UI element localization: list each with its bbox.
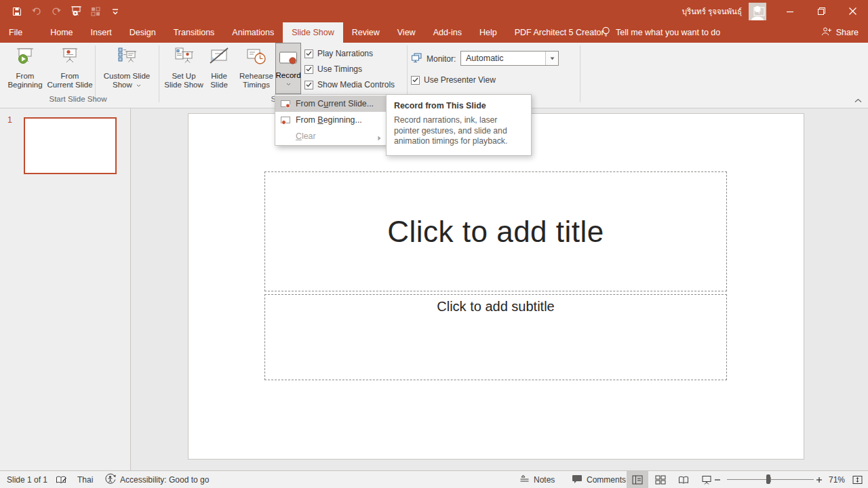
checkbox-checked-icon xyxy=(304,49,313,58)
comments-button[interactable]: Comments xyxy=(572,471,626,488)
slide-sorter-view-button[interactable] xyxy=(650,471,671,488)
window-controls xyxy=(743,0,868,22)
zoom-out-button[interactable] xyxy=(711,471,724,488)
start-slideshow-icon[interactable] xyxy=(70,5,82,18)
custom-slide-show-icon xyxy=(116,46,138,72)
custom-slide-show-button[interactable]: Custom Slide Show xyxy=(99,44,155,96)
tab-review[interactable]: Review xyxy=(343,22,389,43)
menu-item-from-beginning[interactable]: From Beginning... xyxy=(275,112,386,128)
restore-icon[interactable] xyxy=(806,0,837,22)
use-timings-label: Use Timings xyxy=(317,64,362,74)
touch-mode-icon[interactable] xyxy=(90,5,102,18)
collapse-ribbon-icon[interactable] xyxy=(852,96,864,105)
accessibility-icon xyxy=(105,473,116,486)
play-narrations-checkbox[interactable]: Play Narrations xyxy=(304,49,373,58)
from-beginning-label-2: Beginning xyxy=(7,81,42,89)
share-button[interactable]: Share xyxy=(821,22,859,43)
record-tooltip: Record from This Slide Record narrations… xyxy=(386,94,532,156)
menu-item-from-current-slide[interactable]: From Current Slide... xyxy=(275,96,386,112)
slide-indicator[interactable]: Slide 1 of 1 xyxy=(7,471,47,488)
tab-design[interactable]: Design xyxy=(121,22,165,43)
share-label: Share xyxy=(836,28,859,37)
zoom-center-tick xyxy=(770,477,771,482)
submenu-arrow-icon xyxy=(378,134,381,143)
combobox-arrow-icon[interactable] xyxy=(545,52,558,65)
ribbon-tabs: File Home Insert Design Transitions Anim… xyxy=(0,22,613,43)
slide-thumbnail-panel: 1 xyxy=(0,108,131,470)
tab-transitions[interactable]: Transitions xyxy=(165,22,224,43)
checkbox-checked-icon xyxy=(304,65,313,74)
from-current-slide-button[interactable]: From Current Slide xyxy=(47,44,92,96)
accessibility-label: Accessibility: Good to go xyxy=(120,475,209,485)
menu-item-clear[interactable]: Clear xyxy=(275,128,386,144)
tab-animations[interactable]: Animations xyxy=(223,22,283,43)
zoom-level[interactable]: 71% xyxy=(829,471,845,488)
comments-label: Comments xyxy=(587,475,626,485)
spellcheck-icon[interactable] xyxy=(56,471,67,488)
group-separator xyxy=(580,45,580,102)
tab-add-ins[interactable]: Add-ins xyxy=(425,22,471,43)
chevron-down-icon xyxy=(136,84,141,87)
from-beginning-icon xyxy=(14,46,36,72)
rehearse-timings-button[interactable]: Rehearse Timings xyxy=(236,44,277,96)
show-media-controls-checkbox[interactable]: Show Media Controls xyxy=(304,80,395,89)
normal-view-button[interactable] xyxy=(627,471,648,488)
tab-help[interactable]: Help xyxy=(471,22,506,43)
close-icon[interactable] xyxy=(837,0,868,22)
chevron-down-icon xyxy=(286,83,291,86)
redo-icon[interactable] xyxy=(50,5,62,18)
show-media-controls-label: Show Media Controls xyxy=(317,80,395,89)
set-up-slide-show-icon xyxy=(173,46,195,72)
record-button[interactable]: Record xyxy=(275,43,301,94)
tab-pdf-architect[interactable]: PDF Architect 5 Creator xyxy=(506,22,613,43)
monitor-label: Monitor: xyxy=(427,54,456,64)
tell-me-box[interactable]: Tell me what you want to do xyxy=(601,22,720,43)
hide-slide-button[interactable]: Hide Slide xyxy=(206,44,232,96)
undo-icon[interactable] xyxy=(31,5,43,18)
slide-thumbnail[interactable] xyxy=(24,117,117,174)
share-icon xyxy=(821,26,832,39)
custom-slide-show-label-1: Custom Slide xyxy=(104,72,150,81)
main-area: 1 Click to add title Click to add subtit… xyxy=(0,108,868,470)
monitor-combobox[interactable]: Automatic xyxy=(460,51,559,66)
qat-customize-icon[interactable] xyxy=(109,5,121,18)
tab-insert[interactable]: Insert xyxy=(82,22,121,43)
menu-item-label: From Current Slide... xyxy=(296,99,374,108)
normal-view-icon xyxy=(632,475,643,485)
accessibility-status[interactable]: Accessibility: Good to go xyxy=(105,471,209,488)
play-narrations-label: Play Narrations xyxy=(317,49,373,58)
reading-view-button[interactable] xyxy=(673,471,694,488)
use-presenter-view-label: Use Presenter View xyxy=(424,75,496,85)
language-button[interactable]: Thai xyxy=(77,471,93,488)
minimize-icon[interactable] xyxy=(774,0,806,22)
hide-slide-label-1: Hide xyxy=(211,72,227,81)
group-label-start-slide-show: Start Slide Show xyxy=(0,95,156,103)
record-slide-icon xyxy=(275,115,296,125)
rehearse-timings-label-2: Timings xyxy=(243,81,270,89)
title-placeholder[interactable]: Click to add title xyxy=(264,171,727,291)
fit-slide-to-window-button[interactable] xyxy=(849,471,865,488)
tab-file[interactable]: File xyxy=(0,22,31,43)
tab-slide-show[interactable]: Slide Show xyxy=(283,22,343,43)
menu-item-label: From Beginning... xyxy=(296,115,362,125)
zoom-in-button[interactable] xyxy=(812,471,826,488)
tab-home[interactable]: Home xyxy=(41,22,81,43)
user-name[interactable]: บุรินทร์ รุจจนพันธุ์ xyxy=(682,5,742,18)
use-presenter-view-checkbox[interactable]: Use Presenter View xyxy=(411,75,496,85)
from-beginning-button[interactable]: From Beginning xyxy=(4,44,46,96)
slide-number: 1 xyxy=(7,115,12,125)
from-beginning-label-1: From xyxy=(16,72,35,81)
zoom-slider[interactable] xyxy=(727,479,814,480)
group-separator xyxy=(95,45,96,102)
subtitle-placeholder[interactable]: Click to add subtitle xyxy=(264,294,727,380)
minus-icon xyxy=(714,476,721,483)
set-up-slide-show-button[interactable]: Set Up Slide Show xyxy=(163,44,205,96)
tab-view[interactable]: View xyxy=(389,22,425,43)
notes-button[interactable]: Notes xyxy=(519,471,555,488)
use-timings-checkbox[interactable]: Use Timings xyxy=(304,64,362,74)
from-current-slide-icon xyxy=(59,46,81,72)
ribbon-display-options-icon[interactable] xyxy=(743,0,774,22)
zoom-slider-thumb[interactable] xyxy=(766,474,770,484)
save-icon[interactable] xyxy=(11,5,23,18)
quick-access-toolbar xyxy=(11,0,121,22)
